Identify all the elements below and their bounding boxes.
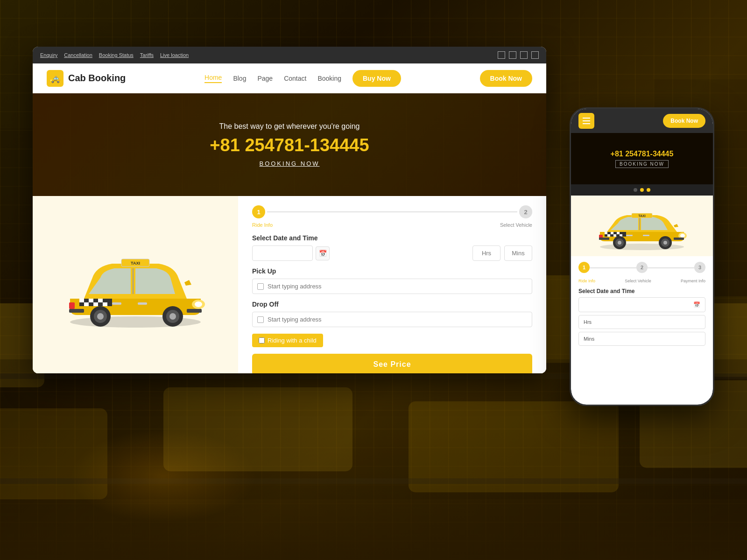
svg-rect-29 xyxy=(187,309,202,313)
buy-now-button[interactable]: Buy Now xyxy=(352,70,401,87)
mobile-date-time-label: Select Date and Time xyxy=(578,288,705,294)
child-checkbox[interactable] xyxy=(259,337,265,343)
mobile-step-3-circle: 3 xyxy=(694,262,705,273)
svg-point-36 xyxy=(169,313,176,320)
step-2-circle: 2 xyxy=(519,205,532,218)
date-time-row: 📅 xyxy=(252,245,532,261)
mobile-form-area: 1 2 3 Ride Info Select Vehicle Payment I… xyxy=(571,256,713,354)
date-input-field[interactable] xyxy=(252,245,313,261)
mobile-car-area: TAXI xyxy=(571,196,713,256)
mobile-hero: +81 254781-34445 BOOKING NOW xyxy=(571,133,713,184)
mobile-screen: Book Now +81 254781-34445 BOOKING NOW xyxy=(571,109,713,405)
mobile-mins-input[interactable]: Mins xyxy=(578,332,705,346)
dropoff-label: Drop Off xyxy=(252,301,532,308)
hero-cta-link[interactable]: BOOKING NOW xyxy=(259,160,319,167)
svg-rect-23 xyxy=(103,302,107,306)
svg-rect-21 xyxy=(84,302,89,306)
mobile-phone-mockup: Book Now +81 254781-34445 BOOKING NOW xyxy=(570,107,714,406)
nav-contact[interactable]: Contact xyxy=(284,75,306,82)
logo-text: Cab Booking xyxy=(68,73,126,84)
svg-point-57 xyxy=(618,241,621,245)
see-price-button[interactable]: See Price xyxy=(252,354,532,373)
svg-rect-6 xyxy=(163,387,352,471)
mobile-step-2-circle: 2 xyxy=(636,262,648,273)
browser-controls xyxy=(498,51,539,59)
nav-blog[interactable]: Blog xyxy=(233,75,246,82)
mins-input[interactable] xyxy=(504,245,532,261)
dropoff-input-wrap[interactable] xyxy=(252,312,532,327)
bg-taxi-glow xyxy=(70,429,257,523)
step-line-1 xyxy=(267,211,517,212)
mobile-book-now-button[interactable]: Book Now xyxy=(663,114,705,128)
svg-rect-46 xyxy=(613,234,616,237)
nav-tariffs[interactable]: Tariffs xyxy=(140,52,154,58)
step-2-container: 2 xyxy=(519,205,532,218)
step-1-circle: 1 xyxy=(252,205,265,218)
dot-2[interactable] xyxy=(640,188,644,192)
hamburger-button[interactable] xyxy=(578,113,594,129)
site-header: 🚕 Cab Booking Home Blog Page Contact Boo… xyxy=(33,63,546,93)
hero-section: The best way to get wherever you're goin… xyxy=(33,93,546,196)
svg-rect-53 xyxy=(674,238,684,240)
car-panel: TAXI xyxy=(33,196,238,373)
dot-1[interactable] xyxy=(634,188,637,192)
logo-area: 🚕 Cab Booking xyxy=(47,70,126,87)
step-1-label: Ride Info xyxy=(252,222,273,228)
browser-btn-2[interactable] xyxy=(509,51,516,59)
svg-rect-45 xyxy=(607,234,610,237)
svg-rect-30 xyxy=(69,309,84,313)
browser-btn-1[interactable] xyxy=(498,51,505,59)
mobile-step-line-2 xyxy=(648,267,694,268)
child-label: Riding with a child xyxy=(268,337,317,344)
nav-booking[interactable]: Booking xyxy=(317,75,341,82)
logo-icon: 🚕 xyxy=(47,70,63,87)
svg-rect-44 xyxy=(617,232,620,234)
svg-rect-38 xyxy=(112,302,121,305)
svg-point-51 xyxy=(680,234,685,238)
svg-point-27 xyxy=(195,301,202,307)
dropoff-address-input[interactable] xyxy=(268,316,527,323)
mobile-step-labels: Ride Info Select Vehicle Payment Info xyxy=(578,279,705,283)
hero-phone-number: +81 254781-134445 xyxy=(210,135,369,155)
mobile-date-input[interactable]: 📅 xyxy=(578,297,705,312)
hours-input[interactable] xyxy=(472,245,500,261)
browser-btn-3[interactable] xyxy=(520,51,528,59)
mobile-header: Book Now xyxy=(571,109,713,133)
svg-rect-7 xyxy=(409,401,619,492)
dot-3[interactable] xyxy=(647,188,650,192)
svg-rect-5 xyxy=(0,408,107,499)
nav-cancellation[interactable]: Cancellation xyxy=(64,52,92,58)
nav-enquiry[interactable]: Enquiry xyxy=(40,52,57,58)
taxi-car-image: TAXI xyxy=(56,233,215,336)
nav-booking-status[interactable]: Booking Status xyxy=(99,52,134,58)
pickup-input-wrap[interactable] xyxy=(252,279,532,294)
svg-rect-37 xyxy=(138,302,147,305)
step-labels-row: Ride Info Select Vehicle xyxy=(252,220,532,228)
mobile-booking-now-text[interactable]: BOOKING NOW xyxy=(615,160,669,168)
hero-tagline: The best way to get wherever you're goin… xyxy=(219,122,360,131)
svg-point-60 xyxy=(663,241,667,245)
child-checkbox-wrap[interactable]: Riding with a child xyxy=(252,334,323,347)
calendar-icon-button[interactable]: 📅 xyxy=(316,246,330,260)
bg-gradient-overlay xyxy=(0,429,747,560)
site-nav: Home Blog Page Contact Booking Buy Now xyxy=(204,70,401,87)
svg-rect-62 xyxy=(626,235,633,236)
svg-rect-43 xyxy=(611,232,613,234)
svg-rect-61 xyxy=(643,235,649,236)
browser-btn-4[interactable] xyxy=(531,51,539,59)
pickup-map-pin-icon xyxy=(257,283,264,290)
nav-home[interactable]: Home xyxy=(204,74,222,83)
book-now-header-button[interactable]: Book Now xyxy=(480,70,532,87)
mobile-taxi-car: TAXI xyxy=(591,200,693,252)
step-indicator-row: 1 2 xyxy=(252,205,532,218)
date-time-label: Select Date and Time xyxy=(252,234,532,242)
nav-page[interactable]: Page xyxy=(257,75,273,82)
nav-live-location[interactable]: Live loaction xyxy=(160,52,189,58)
svg-text:TAXI: TAXI xyxy=(131,261,140,266)
date-input-wrap: 📅 xyxy=(252,245,469,261)
svg-rect-4 xyxy=(710,296,747,377)
mobile-hrs-input[interactable]: Hrs xyxy=(578,315,705,329)
pickup-address-input[interactable] xyxy=(268,283,527,290)
browser-nav-links: Enquiry Cancellation Booking Status Tari… xyxy=(40,52,189,58)
mobile-step-3-label: Payment Info xyxy=(681,279,705,283)
